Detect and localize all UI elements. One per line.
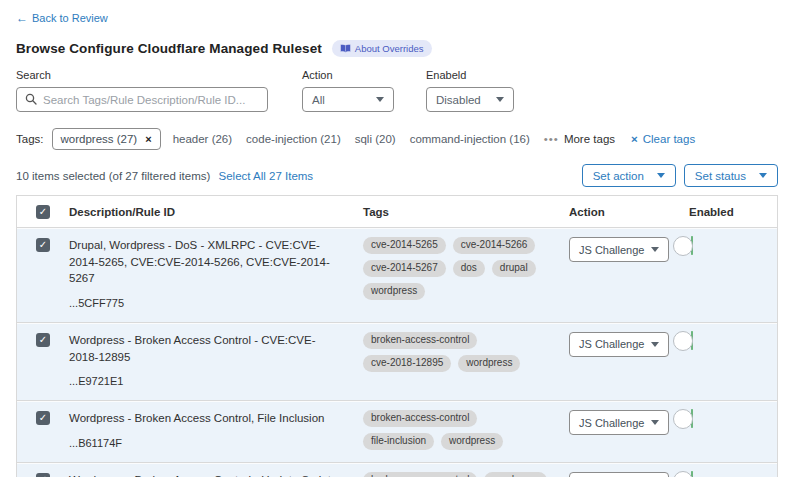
action-dropdown-value: JS Challenge xyxy=(579,338,644,350)
bulk-actions: Set action Set status xyxy=(582,164,778,187)
column-header-description: Description/Rule ID xyxy=(69,206,363,218)
row-checkbox[interactable]: ✓ xyxy=(36,473,50,477)
tag-pill: cve-2014-5267 xyxy=(363,260,446,277)
tag-pill: wordpress xyxy=(363,283,425,300)
select-all-checkbox[interactable]: ✓ xyxy=(36,205,50,219)
enabled-toggle[interactable] xyxy=(691,409,693,428)
search-box[interactable] xyxy=(16,87,268,112)
enabled-toggle[interactable] xyxy=(691,331,693,350)
selected-tag-chip[interactable]: wordpress (27) × xyxy=(52,128,161,150)
back-arrow-icon: ← xyxy=(16,12,28,24)
more-tags-button[interactable]: ••• More tags xyxy=(544,133,615,145)
action-dropdown[interactable]: JS Challenge xyxy=(569,332,669,357)
book-icon xyxy=(340,44,351,53)
row-checkbox[interactable]: ✓ xyxy=(36,238,50,252)
column-header-enabled: Enabled xyxy=(689,206,777,218)
search-filter: Search xyxy=(16,69,268,112)
enabled-toggle[interactable] xyxy=(691,236,693,255)
ellipsis-icon: ••• xyxy=(544,133,559,145)
tag-pill: broken-access-control xyxy=(363,410,477,427)
back-link-label: Back to Review xyxy=(32,12,108,24)
set-action-label: Set action xyxy=(593,170,644,182)
tags-label: Tags: xyxy=(16,133,44,145)
set-action-button[interactable]: Set action xyxy=(582,164,676,187)
enabled-label: Enabeld xyxy=(426,69,514,81)
filters-row: Search Action All Enabeld Disabled xyxy=(16,69,778,112)
clear-tags-label: Clear tags xyxy=(643,133,695,145)
filter-tag[interactable]: header (26) xyxy=(173,133,232,145)
remove-tag-icon[interactable]: × xyxy=(145,133,151,145)
enabled-toggle[interactable] xyxy=(691,471,693,477)
tags-filter-row: Tags: wordpress (27) × header (26)code-i… xyxy=(16,128,778,150)
tag-pill: broken-access-control xyxy=(363,332,477,349)
chevron-down-icon xyxy=(651,420,659,425)
about-overrides-badge[interactable]: About Overrides xyxy=(332,40,432,57)
about-overrides-label: About Overrides xyxy=(355,43,424,54)
rule-id: ...5CFF775 xyxy=(69,296,343,312)
selection-summary-text: 10 items selected (of 27 filtered items) xyxy=(16,170,210,182)
more-tags-label: More tags xyxy=(564,133,615,145)
back-to-review-link[interactable]: ← Back to Review xyxy=(16,12,108,24)
chevron-down-icon xyxy=(759,173,767,178)
set-status-label: Set status xyxy=(695,170,746,182)
rule-id: ...B61174F xyxy=(69,436,343,452)
clear-tags-icon: × xyxy=(631,133,638,145)
tag-pill: drupal xyxy=(492,260,536,277)
tag-pill: wordpress xyxy=(484,472,546,477)
search-icon xyxy=(25,91,37,109)
enabled-select[interactable]: Disabled xyxy=(426,87,514,112)
row-checkbox[interactable]: ✓ xyxy=(36,411,50,425)
page: ← Back to Review Browse Configure Cloudf… xyxy=(0,0,794,477)
clear-tags-button[interactable]: × Clear tags xyxy=(631,133,695,145)
tag-pill: cve-2014-5266 xyxy=(453,237,536,254)
selection-bar: 10 items selected (of 27 filtered items)… xyxy=(16,164,778,187)
action-dropdown[interactable]: JS Challenge xyxy=(569,237,669,262)
chevron-down-icon xyxy=(651,342,659,347)
table-row: ✓ Wordpress - Broken Access Control - Up… xyxy=(17,463,777,477)
set-status-button[interactable]: Set status xyxy=(684,164,778,187)
chevron-down-icon xyxy=(376,97,384,102)
action-dropdown[interactable]: JS Challenge xyxy=(569,410,669,435)
toggle-knob xyxy=(673,409,693,429)
selection-summary: 10 items selected (of 27 filtered items)… xyxy=(16,170,313,182)
rule-description: Wordpress - Broken Access Control - CVE:… xyxy=(69,332,343,365)
enabled-select-value: Disabled xyxy=(436,94,481,106)
tag-pill: wordpress xyxy=(458,355,520,372)
rule-description: Wordpress - Broken Access Control, File … xyxy=(69,410,343,427)
select-all-link[interactable]: Select All 27 Items xyxy=(219,170,314,182)
toggle-knob xyxy=(673,331,693,351)
action-dropdown-value: JS Challenge xyxy=(579,244,644,256)
chevron-down-icon xyxy=(657,173,665,178)
table-header: ✓ Description/Rule ID Tags Action Enable… xyxy=(17,196,777,228)
search-label: Search xyxy=(16,69,268,81)
rule-tags: broken-access-controlwordpress xyxy=(363,472,569,477)
table-row: ✓ Drupal, Wordpress - DoS - XMLRPC - CVE… xyxy=(17,228,777,323)
rule-description: Drupal, Wordpress - DoS - XMLRPC - CVE:C… xyxy=(69,237,343,287)
row-checkbox[interactable]: ✓ xyxy=(36,333,50,347)
rule-tags: broken-access-controlcve-2018-12895wordp… xyxy=(363,332,569,390)
filter-tag[interactable]: sqli (20) xyxy=(355,133,396,145)
tag-pill: file-inclusion xyxy=(363,433,434,450)
table-row: ✓ Wordpress - Broken Access Control, Fil… xyxy=(17,401,777,463)
page-title: Browse Configure Cloudflare Managed Rule… xyxy=(16,41,322,56)
tag-pill: broken-access-control xyxy=(363,472,477,477)
rule-description: Wordpress - Broken Access Control - Upda… xyxy=(69,472,343,477)
action-filter: Action All xyxy=(302,69,394,112)
column-header-action: Action xyxy=(569,206,689,218)
action-label: Action xyxy=(302,69,394,81)
action-dropdown-value: JS Challenge xyxy=(579,417,644,429)
title-row: Browse Configure Cloudflare Managed Rule… xyxy=(16,40,778,57)
action-select[interactable]: All xyxy=(302,87,394,112)
chevron-down-icon xyxy=(651,247,659,252)
rule-id: ...E9721E1 xyxy=(69,374,343,390)
rules-table: ✓ Description/Rule ID Tags Action Enable… xyxy=(16,195,778,477)
action-dropdown[interactable]: JS Challenge xyxy=(569,472,669,477)
toggle-knob xyxy=(673,236,693,256)
filter-tag[interactable]: code-injection (21) xyxy=(246,133,341,145)
selected-tag-label: wordpress (27) xyxy=(61,133,138,145)
search-input[interactable] xyxy=(43,94,259,106)
enabled-filter: Enabeld Disabled xyxy=(426,69,514,112)
rule-tags: cve-2014-5265cve-2014-5266cve-2014-5267d… xyxy=(363,237,569,312)
filter-tag[interactable]: command-injection (16) xyxy=(410,133,530,145)
chevron-down-icon xyxy=(496,97,504,102)
